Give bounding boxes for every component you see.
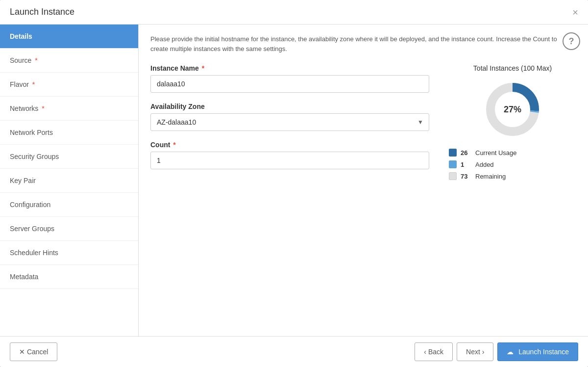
legend-item-remaining: 73 Remaining [449, 172, 576, 180]
count-input[interactable] [150, 152, 429, 169]
instance-name-group: Instance Name * [150, 64, 429, 93]
required-star-networks: * [42, 105, 44, 112]
modal-footer: ✕ Cancel ‹ Back Next › ☁ Launch Instance [0, 336, 588, 367]
chart-legend: 26 Current Usage 1 Added 73 Remaining [449, 149, 576, 184]
availability-zone-select-wrapper: AZ-dalaaa10 ▼ [150, 113, 429, 131]
close-button[interactable]: × [572, 7, 578, 17]
availability-zone-label: Availability Zone [150, 103, 429, 110]
launch-instance-label: Launch Instance [518, 348, 569, 356]
count-required: * [173, 141, 175, 149]
availability-zone-select[interactable]: AZ-dalaaa10 [150, 113, 429, 131]
sidebar-item-network-ports[interactable]: Network Ports [0, 121, 138, 145]
sidebar: Details Source * Flavor * Networks * Net… [0, 25, 139, 336]
sidebar-item-key-pair[interactable]: Key Pair [0, 169, 138, 193]
sidebar-item-server-groups[interactable]: Server Groups [0, 217, 138, 241]
launch-instance-modal: Launch Instance × Details Source * Flavo… [0, 0, 588, 367]
modal-title: Launch Instance [10, 7, 74, 17]
count-label: Count * [150, 141, 429, 149]
required-star-flavor: * [32, 80, 35, 88]
chart-section: Total Instances (100 Max) [449, 64, 576, 184]
content-area: ? Please provide the initial hostname fo… [139, 25, 588, 336]
sidebar-item-networks[interactable]: Networks * [0, 97, 138, 121]
sidebar-item-flavor[interactable]: Flavor * [0, 73, 138, 97]
sidebar-item-security-groups[interactable]: Security Groups [0, 145, 138, 169]
sidebar-item-metadata[interactable]: Metadata [0, 265, 138, 289]
count-group: Count * [150, 141, 429, 169]
legend-count-remaining: 73 [461, 173, 472, 180]
required-star-source: * [35, 56, 37, 64]
sidebar-item-scheduler-hints[interactable]: Scheduler Hints [0, 241, 138, 265]
donut-chart: 27% [483, 80, 542, 139]
help-button[interactable]: ? [563, 32, 580, 50]
instance-name-input[interactable] [150, 75, 429, 93]
legend-swatch-added [449, 160, 457, 168]
donut-center-label: 27% [504, 105, 521, 115]
footer-right-buttons: ‹ Back Next › ☁ Launch Instance [415, 342, 578, 361]
form-fields: Instance Name * Availability Zone AZ-dal… [150, 64, 429, 184]
cloud-upload-icon: ☁ [507, 348, 514, 356]
legend-count-added: 1 [461, 161, 472, 168]
legend-swatch-remaining [449, 172, 457, 180]
legend-label-added: Added [475, 161, 494, 168]
sidebar-item-configuration[interactable]: Configuration [0, 193, 138, 217]
legend-swatch-current [449, 149, 457, 157]
chart-title: Total Instances (100 Max) [473, 64, 552, 72]
legend-item-added: 1 Added [449, 160, 576, 168]
instance-name-label: Instance Name * [150, 64, 429, 72]
launch-instance-button[interactable]: ☁ Launch Instance [497, 342, 578, 361]
cancel-button[interactable]: ✕ Cancel [10, 342, 57, 361]
sidebar-item-source[interactable]: Source * [0, 49, 138, 73]
sidebar-item-details[interactable]: Details [0, 25, 138, 49]
next-button[interactable]: Next › [457, 342, 493, 361]
back-button[interactable]: ‹ Back [415, 342, 453, 361]
legend-item-current: 26 Current Usage [449, 149, 576, 157]
form-section: Instance Name * Availability Zone AZ-dal… [150, 64, 576, 184]
legend-label-remaining: Remaining [475, 173, 506, 180]
description-text: Please provide the initial hostname for … [150, 34, 562, 53]
legend-label-current: Current Usage [475, 149, 517, 157]
instance-name-required: * [202, 64, 204, 72]
availability-zone-group: Availability Zone AZ-dalaaa10 ▼ [150, 103, 429, 131]
modal-body: Details Source * Flavor * Networks * Net… [0, 25, 588, 336]
modal-header: Launch Instance × [0, 0, 588, 25]
legend-count-current: 26 [461, 149, 472, 157]
